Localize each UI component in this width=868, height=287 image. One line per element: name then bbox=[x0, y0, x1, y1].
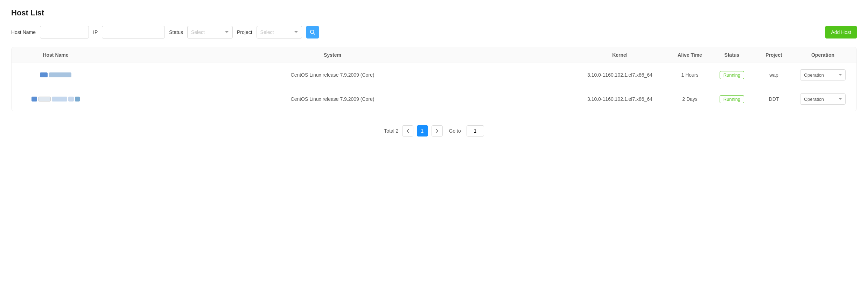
status-cell-1: Running bbox=[711, 71, 753, 79]
table-row: CentOS Linux release 7.9.2009 (Core) 3.1… bbox=[12, 87, 856, 111]
hostname-cell-1 bbox=[17, 72, 94, 77]
svg-line-1 bbox=[313, 33, 315, 34]
add-host-button[interactable]: Add Host bbox=[825, 26, 857, 38]
chevron-right-icon bbox=[436, 129, 439, 133]
kernel-cell-1: 3.10.0-1160.102.1.el7.x86_64 bbox=[571, 72, 669, 78]
hostname-cell-2 bbox=[17, 97, 94, 102]
host-name-input[interactable] bbox=[40, 26, 89, 38]
pagination-page-1[interactable]: 1 bbox=[417, 125, 428, 136]
project-cell-2: DDT bbox=[753, 96, 795, 102]
col-header-project: Project bbox=[753, 52, 795, 58]
page-title: Host List bbox=[11, 8, 857, 18]
status-select[interactable]: Select Running Stopped bbox=[187, 26, 233, 38]
kernel-cell-2: 3.10.0-1160.102.1.el7.x86_64 bbox=[571, 96, 669, 102]
status-badge-1: Running bbox=[720, 71, 744, 79]
alivetime-cell-2: 2 Days bbox=[669, 96, 711, 102]
goto-input[interactable] bbox=[467, 125, 484, 136]
chevron-left-icon bbox=[406, 129, 409, 133]
pagination-total: Total 2 bbox=[384, 128, 398, 134]
col-header-kernel: Kernel bbox=[571, 52, 669, 58]
hostname-chip-3 bbox=[52, 97, 67, 102]
hostname-chip-5 bbox=[75, 97, 80, 102]
hostname-icon-1 bbox=[40, 72, 48, 77]
hostname-chip-1 bbox=[31, 97, 37, 102]
status-cell-2: Running bbox=[711, 95, 753, 103]
col-header-alivetime: Alive Time bbox=[669, 52, 711, 58]
status-label: Status bbox=[169, 29, 183, 35]
system-cell-2: CentOS Linux release 7.9.2009 (Core) bbox=[94, 96, 571, 102]
pagination-prev-button[interactable] bbox=[402, 125, 413, 136]
project-label: Project bbox=[237, 29, 252, 35]
col-header-hostname: Host Name bbox=[17, 52, 94, 58]
search-button[interactable] bbox=[306, 26, 319, 38]
operation-select-2[interactable]: Operation Edit Delete bbox=[800, 93, 846, 105]
operation-cell-1: Operation Edit Delete bbox=[795, 69, 851, 80]
hostname-chip-2 bbox=[38, 97, 51, 102]
status-badge-2: Running bbox=[720, 95, 744, 103]
filter-bar: Host Name IP Status Select Running Stopp… bbox=[11, 26, 857, 38]
hostname-text-1 bbox=[49, 72, 71, 77]
goto-label: Go to bbox=[449, 128, 461, 134]
col-header-status: Status bbox=[711, 52, 753, 58]
operation-cell-2: Operation Edit Delete bbox=[795, 93, 851, 105]
col-header-system: System bbox=[94, 52, 571, 58]
col-header-operation: Operation bbox=[795, 52, 851, 58]
pagination-bar: Total 2 1 Go to bbox=[11, 120, 857, 142]
host-table: Host Name System Kernel Alive Time Statu… bbox=[11, 47, 857, 111]
ip-label: IP bbox=[93, 29, 98, 35]
ip-input[interactable] bbox=[102, 26, 165, 38]
project-cell-1: wap bbox=[753, 72, 795, 78]
host-name-label: Host Name bbox=[11, 29, 36, 35]
table-row: CentOS Linux release 7.9.2009 (Core) 3.1… bbox=[12, 63, 856, 87]
hostname-chip-4 bbox=[68, 97, 74, 102]
operation-select-1[interactable]: Operation Edit Delete bbox=[800, 69, 846, 80]
search-icon bbox=[310, 29, 315, 35]
project-select[interactable]: Select wap DDT bbox=[257, 26, 302, 38]
system-cell-1: CentOS Linux release 7.9.2009 (Core) bbox=[94, 72, 571, 78]
alivetime-cell-1: 1 Hours bbox=[669, 72, 711, 78]
table-header: Host Name System Kernel Alive Time Statu… bbox=[12, 47, 856, 63]
pagination-next-button[interactable] bbox=[432, 125, 443, 136]
